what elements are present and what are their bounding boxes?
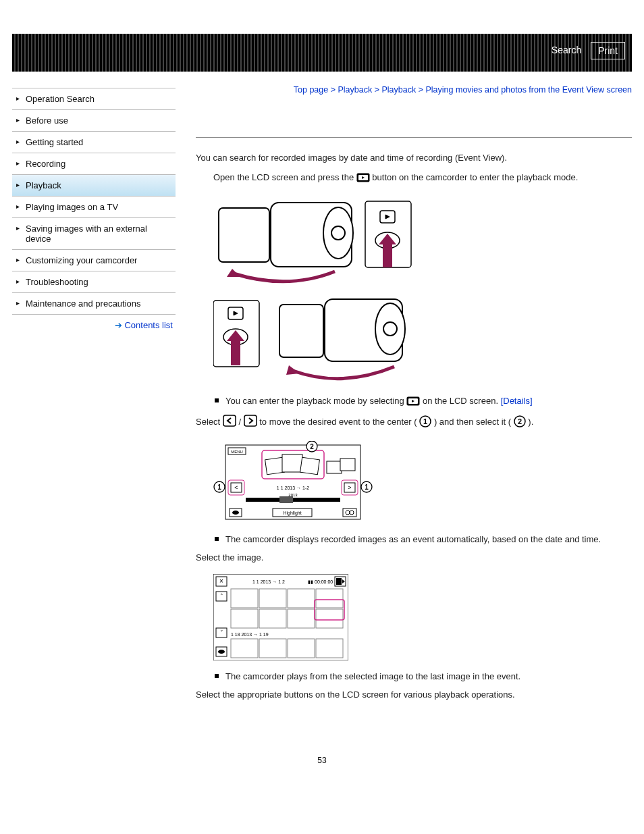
svg-point-21 <box>383 322 397 336</box>
svg-rect-81 <box>259 639 286 658</box>
sidebar-item-getting-started[interactable]: Getting started <box>12 132 176 153</box>
svg-point-49 <box>232 511 239 515</box>
fig3-timeline: 2013 <box>288 493 298 497</box>
step-3: Select the image. <box>196 551 632 565</box>
fig3-highlight: Highlight <box>283 511 301 516</box>
svg-rect-76 <box>259 609 286 628</box>
page-number: 53 <box>0 756 644 765</box>
sidebar-item-customizing[interactable]: Customizing your camcorder <box>12 250 176 271</box>
prev-icon <box>223 415 236 431</box>
svg-text:>: > <box>348 484 351 491</box>
sidebar-item-troubleshooting[interactable]: Troubleshooting <box>12 271 176 293</box>
bullet-1: You can enter the playback mode by selec… <box>225 394 632 410</box>
svg-rect-77 <box>288 609 315 628</box>
sidebar-list: Operation Search Before use Getting star… <box>12 88 176 315</box>
main-content: Top page > Playback > Playback > Playing… <box>176 72 632 702</box>
svg-text:▮▮: ▮▮ <box>308 579 313 584</box>
svg-rect-75 <box>231 609 258 628</box>
next-icon <box>244 415 257 431</box>
svg-rect-36 <box>300 457 320 474</box>
sidebar-item-operation-search[interactable]: Operation Search <box>12 88 176 110</box>
step-2: Select / to move the desired event to th… <box>196 415 632 432</box>
svg-rect-78 <box>316 609 343 628</box>
crumb-l3[interactable]: Playing movies and photos from the Event… <box>426 85 633 95</box>
contents-list-link[interactable]: ➔ Contents list <box>12 315 176 330</box>
sidebar-item-saving[interactable]: Saving images with an external device <box>12 218 176 250</box>
divider <box>196 137 632 138</box>
svg-rect-38 <box>340 459 355 471</box>
svg-rect-72 <box>259 589 286 608</box>
svg-marker-22 <box>286 365 300 375</box>
crumb-l2[interactable]: Playback <box>381 85 416 95</box>
bullet1-a: You can enter the playback mode by selec… <box>225 396 406 406</box>
step-1: Open the LCD screen and press the button… <box>213 171 632 186</box>
svg-text:<: < <box>234 484 238 491</box>
sidebar-item-before-use[interactable]: Before use <box>12 110 176 132</box>
print-button[interactable]: Print <box>591 42 625 59</box>
circled-2-icon: 2 <box>514 415 526 432</box>
svg-rect-65 <box>336 578 342 585</box>
svg-rect-74 <box>316 589 343 608</box>
svg-point-85 <box>218 650 225 654</box>
crumb-sep: > <box>375 85 379 95</box>
bullet-icon <box>215 674 219 678</box>
step1-text-a: Open the LCD screen and press the <box>213 172 356 182</box>
svg-marker-7 <box>227 269 240 277</box>
svg-rect-26 <box>223 415 236 426</box>
step1-text-b: button on the camcorder to enter the pla… <box>372 172 578 182</box>
step2-b: to move the desired event to the center … <box>259 417 417 427</box>
breadcrumb: Top page > Playback > Playback > Playing… <box>196 84 632 97</box>
sidebar-nav: Operation Search Before use Getting star… <box>12 72 176 702</box>
sidebar-item-maintenance[interactable]: Maintenance and precautions <box>12 293 176 315</box>
figure-camcorder-open <box>213 196 632 286</box>
search-link[interactable]: Search <box>549 42 584 59</box>
figure-image-grid: × 1 1 2013 → 1 2 ▮▮ 00:00:00 ˄ ˅ 1 18 <box>213 574 632 660</box>
fig4-date2: 1 18 2013 → 1 19 <box>231 632 269 637</box>
step2-d: ). <box>528 417 533 427</box>
bullet-icon <box>215 537 219 541</box>
contents-list-label: Contents list <box>124 320 173 330</box>
svg-text:×: × <box>219 577 223 585</box>
svg-text:1: 1 <box>217 484 221 491</box>
details-link[interactable]: [Details] <box>501 396 533 406</box>
fig3-menu-label: MENU <box>231 450 243 454</box>
svg-text:2: 2 <box>310 443 314 450</box>
bullet-icon <box>215 398 219 402</box>
svg-rect-47 <box>279 496 293 503</box>
svg-rect-27 <box>244 415 257 426</box>
svg-rect-35 <box>282 454 302 472</box>
svg-rect-73 <box>288 589 315 608</box>
figure-camcorder-press <box>213 295 632 385</box>
crumb-l1[interactable]: Playback <box>338 85 372 95</box>
header-banner: Search Print <box>12 34 632 72</box>
bullet1-b: on the LCD screen. <box>423 396 501 406</box>
playback-icon <box>406 396 420 410</box>
svg-text:1: 1 <box>423 417 427 425</box>
fig4-time: 00:00:00 <box>315 579 333 584</box>
bullet-2: The camcorder displays recorded images a… <box>225 533 632 546</box>
circled-1-icon: 1 <box>419 415 431 432</box>
sidebar-item-playback[interactable]: Playback <box>12 175 176 197</box>
svg-rect-82 <box>288 639 315 658</box>
svg-rect-80 <box>231 639 258 658</box>
sidebar-item-tv[interactable]: Playing images on a TV <box>12 197 176 218</box>
fig3-date: 1 1 2013 → 1-2 <box>277 486 309 490</box>
crumb-sep: > <box>419 85 423 95</box>
step2-mid: / <box>238 417 243 427</box>
step2-a: Select <box>196 417 223 427</box>
bullet-3: The camcorder plays from the selected im… <box>225 670 632 683</box>
svg-rect-71 <box>231 589 258 608</box>
fig4-date1: 1 1 2013 → 1 2 <box>252 579 285 584</box>
svg-text:2: 2 <box>518 417 522 425</box>
svg-text:˅: ˅ <box>220 629 223 636</box>
svg-rect-3 <box>219 208 269 262</box>
svg-text:1: 1 <box>365 484 369 491</box>
svg-rect-37 <box>327 461 342 473</box>
figure-event-view: MENU < <box>213 441 632 523</box>
sidebar-item-recording[interactable]: Recording <box>12 153 176 175</box>
crumb-top[interactable]: Top page <box>294 85 328 95</box>
svg-point-6 <box>331 226 345 240</box>
svg-rect-83 <box>316 639 343 658</box>
svg-text:˄: ˄ <box>220 593 223 600</box>
arrow-right-icon: ➔ <box>115 320 122 330</box>
